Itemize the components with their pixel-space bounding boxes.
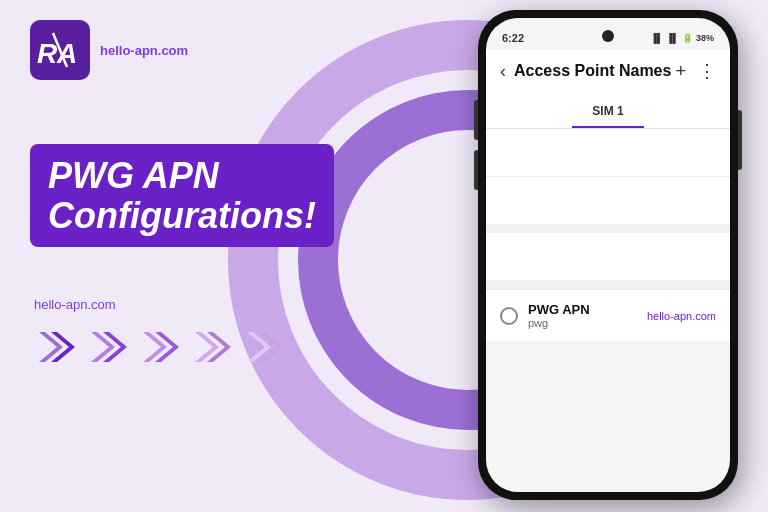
- wifi-icon: ▐▌: [650, 33, 663, 43]
- list-item-1: [486, 129, 730, 177]
- phone-screen: 6:22 ▐▌ ▐▌ 🔋 38% ‹ Access Point Names + …: [486, 18, 730, 492]
- chevron-4: [190, 328, 236, 366]
- battery-icon: 🔋: [682, 33, 693, 43]
- left-panel: R A hello-apn.com PWG APN Configurations…: [0, 0, 380, 512]
- screen-header: ‹ Access Point Names + ⋮: [486, 50, 730, 94]
- apn-name: PWG APN: [528, 302, 637, 317]
- apn-domain: hello-apn.com: [647, 310, 716, 322]
- battery-percent: 38%: [696, 33, 714, 43]
- apn-list-item[interactable]: PWG APN pwg hello-apn.com: [486, 289, 730, 341]
- back-arrow[interactable]: ‹: [500, 61, 506, 82]
- list-gap-2: [486, 281, 730, 289]
- svg-text:R: R: [37, 38, 58, 69]
- sub-domain: hello-apn.com: [34, 297, 350, 312]
- headline-box: PWG APN Configurations!: [30, 144, 334, 247]
- apn-radio-button[interactable]: [500, 307, 518, 325]
- sim1-tab[interactable]: SIM 1: [572, 98, 643, 128]
- status-icons: ▐▌ ▐▌ 🔋 38%: [650, 33, 714, 43]
- phone-camera: [602, 30, 614, 42]
- chevrons-row: [34, 328, 350, 366]
- phone-side-button-left-1: [474, 100, 478, 140]
- apn-sub: pwg: [528, 317, 637, 329]
- logo-box: R A: [30, 20, 90, 80]
- chevron-1: [34, 328, 80, 366]
- list-item-3: [486, 233, 730, 281]
- sim-tab-row: SIM 1: [486, 94, 730, 129]
- phone-side-button-right: [738, 110, 742, 170]
- phone-side-button-left-2: [474, 150, 478, 190]
- headline-text: PWG APN Configurations!: [48, 156, 316, 235]
- logo-domain: hello-apn.com: [100, 43, 188, 58]
- status-time: 6:22: [502, 32, 524, 44]
- phone-container: 6:22 ▐▌ ▐▌ 🔋 38% ‹ Access Point Names + …: [478, 10, 738, 500]
- header-icons: + ⋮: [675, 60, 716, 82]
- add-apn-button[interactable]: +: [675, 61, 686, 82]
- apn-text-block: PWG APN pwg: [528, 302, 637, 329]
- logo-area: R A hello-apn.com: [30, 20, 350, 80]
- headline-line1: PWG APN: [48, 155, 219, 196]
- more-options-button[interactable]: ⋮: [698, 60, 716, 82]
- screen-title: Access Point Names: [514, 62, 675, 80]
- signal-icon: ▐▌: [666, 33, 679, 43]
- list-gap: [486, 225, 730, 233]
- headline-line2: Configurations!: [48, 196, 316, 236]
- chevron-2: [86, 328, 132, 366]
- chevron-5: [242, 328, 288, 366]
- list-item-2: [486, 177, 730, 225]
- chevron-3: [138, 328, 184, 366]
- phone-outer: 6:22 ▐▌ ▐▌ 🔋 38% ‹ Access Point Names + …: [478, 10, 738, 500]
